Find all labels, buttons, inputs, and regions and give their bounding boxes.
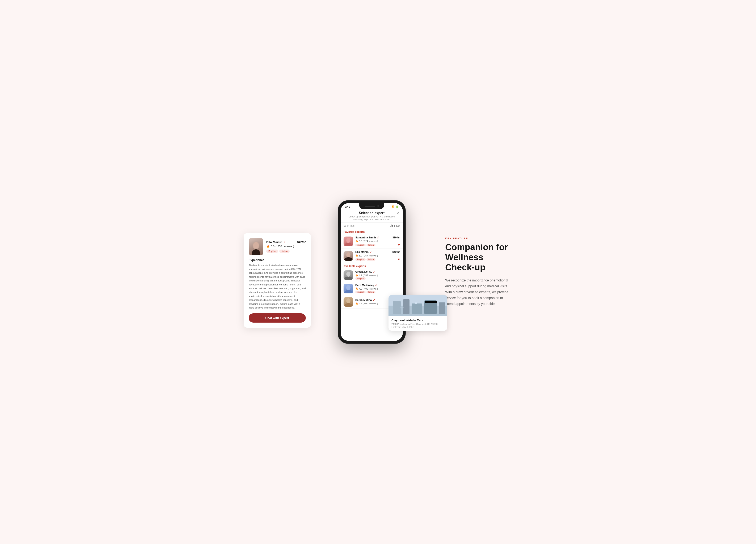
list-item-ella[interactable]: Ella Martin ✓ $42/hr 🔥 5.0 (257 reviews) <box>341 249 403 263</box>
verified-icon: ✓ <box>283 240 286 244</box>
expert-avatar-image <box>249 238 263 255</box>
sarah-silhouette <box>344 297 353 306</box>
beth-name-row: Beth McKinsey ✓ <box>355 283 400 287</box>
phone-modal-header: Select an expert Check-up companion | OB… <box>341 209 403 223</box>
experience-text: Ella Martin is a dedicated wellness comp… <box>249 264 306 310</box>
available-section-header: Available experts <box>341 263 403 269</box>
samantha-silhouette <box>344 237 353 246</box>
ella-verified: ✓ <box>369 251 372 254</box>
beth-verified: ✓ <box>375 283 378 287</box>
expert-name-row: Ella Martin ✓ $42/hr <box>266 240 306 244</box>
list-item-samantha[interactable]: Samantha Smith ✓ $39/hr 🔥 5.0 (124 revie… <box>341 234 403 249</box>
samantha-name: Samantha Smith ✓ <box>355 236 379 239</box>
ella-fire: 🔥 <box>355 254 358 257</box>
ella-info: Ella Martin ✓ $42/hr 🔥 5.0 (257 reviews) <box>355 251 400 261</box>
ella-price: $42/hr <box>392 251 400 254</box>
svg-point-9 <box>346 252 350 257</box>
svg-rect-22 <box>425 301 437 303</box>
filter-button[interactable]: Filter <box>390 224 400 227</box>
grecia-name-row: Grecia Del G. ✓ <box>355 270 400 273</box>
list-item-grecia[interactable]: Grecia Del G. ✓ 🔥 4.9 (357 reviews) <box>341 269 403 282</box>
beth-avatar-img <box>344 284 353 293</box>
expert-card-info: Ella Martin ✓ $42/hr 🔥 5.0 (257 reviews)… <box>266 240 306 253</box>
svg-point-8 <box>346 238 350 243</box>
svg-point-12 <box>346 298 350 303</box>
battery-icon: 🔋 <box>396 206 399 208</box>
phone-mockup: 9:41 📶 🔋 Select an expert Check-up compa… <box>338 201 405 343</box>
location-card: Claymont Walk-In Care 2400 Philadelphia … <box>389 295 447 331</box>
sarah-fire: 🔥 <box>355 302 358 305</box>
samantha-heart[interactable]: ♥ <box>398 243 400 247</box>
beth-name: Beth McKinsey ✓ <box>355 283 378 287</box>
key-feature-label: KEY FEATURE <box>445 237 512 240</box>
svg-rect-20 <box>400 306 404 307</box>
svg-point-5 <box>391 225 392 226</box>
svg-rect-19 <box>439 302 445 314</box>
filter-icon <box>390 225 393 227</box>
beth-silhouette <box>344 284 353 293</box>
ella-rating: 🔥 5.0 (257 reviews) <box>355 254 400 257</box>
scene: Ella Martin ✓ $42/hr 🔥 5.0 (257 reviews)… <box>244 182 512 362</box>
notch-camera <box>377 205 379 207</box>
location-img-content <box>389 295 447 316</box>
ella-lang-it: Italian <box>366 258 375 261</box>
beth-fire: 🔥 <box>355 287 358 290</box>
beth-lang-en: English <box>355 291 366 293</box>
experience-section-title: Experience <box>249 259 306 262</box>
grecia-verified: ✓ <box>373 270 375 273</box>
grecia-info: Grecia Del G. ✓ 🔥 4.9 (357 reviews) <box>355 270 400 280</box>
beth-langs: English Italian <box>355 291 400 293</box>
svg-point-21 <box>415 302 417 304</box>
grecia-name: Grecia Del G. ✓ <box>355 270 375 273</box>
samantha-name-row: Samantha Smith ✓ $39/hr <box>355 236 400 239</box>
expert-name: Ella Martin ✓ <box>266 240 286 244</box>
samantha-avatar <box>344 237 353 246</box>
ella-langs: English Italian ♥ <box>355 258 400 261</box>
fire-icon: 🔥 <box>266 245 270 248</box>
beth-lang-it: Italian <box>366 291 375 293</box>
notch-speaker <box>365 206 375 207</box>
expert-avatar <box>249 238 263 255</box>
grecia-avatar-img <box>344 270 353 280</box>
beth-rating: 🔥 4.9 (400 reviews) <box>355 287 400 290</box>
sarah-verified: ✓ <box>373 298 375 302</box>
samantha-langs: English Italian ♥ <box>355 243 400 247</box>
grecia-langs: English <box>355 277 400 280</box>
ella-avatar-img <box>344 251 353 261</box>
wifi-icon: 📶 <box>392 206 395 208</box>
feature-description: We recognize the importance of emotional… <box>445 277 512 307</box>
sarah-avatar-img <box>344 297 353 306</box>
lang-tag-english: English <box>266 250 278 253</box>
samantha-lang-en: English <box>355 244 366 247</box>
location-name: Claymont Walk-In Care <box>391 318 444 322</box>
ella-avatar <box>344 251 353 261</box>
expert-languages: English Italian <box>266 250 306 253</box>
samantha-avatar-img <box>344 237 353 246</box>
expert-rating: 🔥 5.0 (257 reviews) <box>266 245 306 248</box>
sarah-avatar <box>344 297 353 306</box>
beth-info: Beth McKinsey ✓ 🔥 4.9 (400 reviews) <box>355 283 400 293</box>
location-last-visit: Last visit: May 1, 2024 <box>391 326 444 328</box>
phone-notch <box>359 203 384 209</box>
ella-name: Ella Martin ✓ <box>355 251 372 254</box>
samantha-fire: 🔥 <box>355 240 358 243</box>
svg-point-11 <box>346 285 350 290</box>
status-time: 9:41 <box>345 205 350 208</box>
lang-tag-italian: Italian <box>279 250 290 253</box>
medical-room-svg <box>389 295 447 316</box>
close-button[interactable]: ✕ <box>396 211 399 216</box>
svg-rect-15 <box>393 301 401 314</box>
samantha-price: $39/hr <box>392 236 400 239</box>
chat-with-expert-button[interactable]: Chat with expert <box>249 313 306 322</box>
ella-lang-en: English <box>355 258 366 261</box>
total-count: 18 in total <box>344 224 354 227</box>
list-item-beth[interactable]: Beth McKinsey ✓ 🔥 4.9 (400 reviews) <box>341 282 403 295</box>
filter-row: 18 in total Filter <box>341 223 403 229</box>
expert-card-header: Ella Martin ✓ $42/hr 🔥 5.0 (257 reviews)… <box>249 238 306 255</box>
favorite-section-header: Favorite experts <box>341 229 403 234</box>
location-image <box>389 295 447 316</box>
ella-heart[interactable]: ♥ <box>398 258 400 261</box>
svg-point-1 <box>253 242 259 249</box>
svg-rect-17 <box>412 303 422 314</box>
grecia-lang-en: English <box>355 277 366 280</box>
